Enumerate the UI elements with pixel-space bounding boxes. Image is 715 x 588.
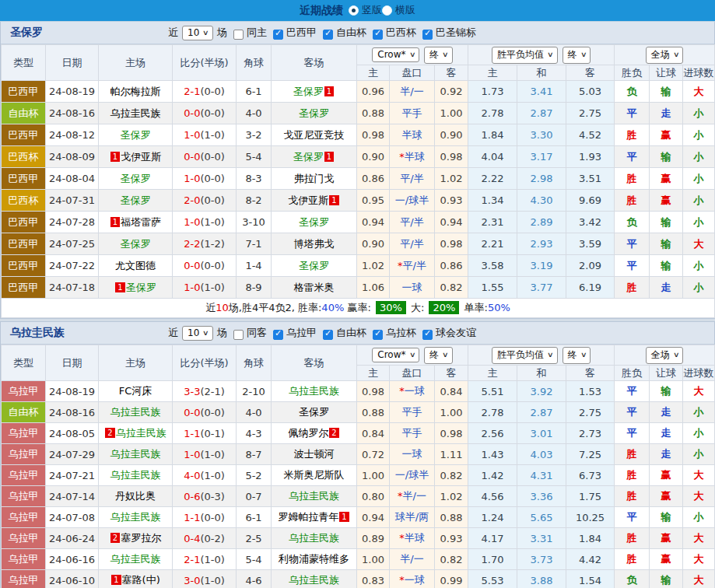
- team-link[interactable]: 米斯奥尼斯队: [284, 469, 345, 481]
- fulltime-score: 1-0: [184, 173, 200, 184]
- away-odds-cell: 0.94: [435, 212, 468, 233]
- avg-away-cell: 2.09: [566, 255, 615, 277]
- radio-icon[interactable]: [382, 5, 392, 16]
- team-link[interactable]: 弗拉门戈: [294, 173, 335, 184]
- mean-state-select[interactable]: 终∨: [563, 47, 591, 64]
- team-link[interactable]: 戈亚尼亚竞技: [284, 129, 345, 141]
- home-team-cell: 1福塔雷萨: [99, 212, 173, 233]
- result-cell: 胜: [615, 465, 650, 486]
- away-odds-cell: 0.98: [435, 233, 468, 255]
- team-link[interactable]: 圣保罗: [293, 86, 324, 97]
- team-name[interactable]: 圣保罗: [1, 26, 168, 40]
- date-cell: 24-08-19: [46, 381, 99, 402]
- filter-label: 同客: [247, 326, 267, 340]
- team-name[interactable]: 乌拉圭民族: [1, 326, 168, 340]
- team-link[interactable]: 塞罗拉尔: [121, 532, 161, 544]
- layout-radio-selected[interactable]: 竖版: [349, 3, 382, 17]
- odds-company-select[interactable]: Crow*∨: [372, 47, 419, 62]
- fulltime-score: 3-0: [184, 575, 200, 586]
- team-link[interactable]: 乌拉圭民族: [110, 448, 161, 460]
- team-link[interactable]: 帕尔梅拉斯: [110, 86, 161, 97]
- recent-count-select[interactable]: 10∨: [182, 326, 213, 341]
- avg-away-cell: 2.73: [566, 423, 615, 444]
- unchecked-checkbox-icon[interactable]: [233, 30, 244, 40]
- rank-badge: 1: [111, 575, 121, 585]
- scope-select[interactable]: 全场∨: [646, 47, 684, 64]
- team-link[interactable]: 乌拉圭民族: [110, 511, 161, 523]
- radio-icon[interactable]: [349, 5, 359, 16]
- team-link[interactable]: 圣保罗: [299, 216, 329, 228]
- odds-state-select[interactable]: 终∨: [424, 47, 453, 64]
- checked-checkbox-icon[interactable]: [323, 330, 333, 340]
- team-link[interactable]: 乌拉圭民族: [289, 574, 339, 586]
- avg-home-cell: 1.70: [468, 549, 517, 570]
- team-link[interactable]: 圣保罗: [121, 129, 151, 141]
- team-link[interactable]: 乌拉圭民族: [110, 553, 161, 565]
- layout-radio-option[interactable]: 横版: [382, 3, 415, 17]
- handicap-value: 一球: [405, 385, 425, 397]
- team-link[interactable]: 乌拉圭民族: [110, 469, 161, 481]
- recent-count-select[interactable]: 10∨: [182, 26, 213, 40]
- checked-checkbox-icon[interactable]: [373, 30, 383, 40]
- team-link[interactable]: 波士顿河: [294, 448, 335, 460]
- team-link[interactable]: 乌拉圭民族: [110, 107, 161, 119]
- checked-checkbox-icon[interactable]: [373, 330, 383, 340]
- score-cell: 2-1(1-0): [173, 549, 237, 570]
- checked-checkbox-icon[interactable]: [422, 330, 433, 340]
- odds-company-select[interactable]: Crow*∨: [372, 348, 419, 362]
- date-cell: 24-08-12: [46, 124, 99, 146]
- team-link[interactable]: 乌拉圭民族: [289, 385, 339, 397]
- mean-type-select[interactable]: 胜平负均值∨: [492, 47, 558, 64]
- team-link[interactable]: 圣保罗: [299, 260, 329, 271]
- team-link[interactable]: 圣保罗: [299, 107, 329, 119]
- col-home: 主场: [99, 45, 173, 81]
- team-link[interactable]: 圣保罗: [299, 406, 329, 418]
- avg-away-cell: 6.73: [566, 465, 615, 486]
- fulltime-score: 4-0: [184, 470, 200, 481]
- checked-checkbox-icon[interactable]: [273, 330, 283, 340]
- team-link[interactable]: 利物浦蒙特维多: [279, 553, 349, 565]
- team-link[interactable]: 戈伊亚斯: [121, 151, 161, 163]
- avg-away-cell: 1.84: [566, 528, 615, 549]
- filter-label: 巴圣锦标: [436, 26, 476, 40]
- team-link[interactable]: 圣保罗: [121, 194, 151, 206]
- match-row: 乌拉甲 24-06-24 2塞罗拉尔 0-4(0-2) 2-5 乌拉圭民族 0.…: [2, 528, 715, 549]
- fulltime-score: 2-2: [184, 238, 200, 250]
- avg-home-cell: 4.17: [468, 528, 517, 549]
- results-table: 类型 日期 主场 比分(半场) 角球 客场 Crow*∨终∨ 胜平负均值∨终∨ …: [1, 44, 715, 318]
- team-link[interactable]: 乌拉圭民族: [289, 532, 339, 544]
- unchecked-checkbox-icon[interactable]: [233, 330, 244, 340]
- team-link[interactable]: 乌拉圭民族: [116, 427, 166, 439]
- summary-segment: 20%: [429, 301, 459, 314]
- date-cell: 24-06-10: [46, 570, 99, 588]
- team-link[interactable]: 福塔雷萨: [121, 216, 161, 228]
- team-link[interactable]: 罗姆帕拉青年: [278, 511, 338, 523]
- mean-state-select[interactable]: 终∨: [563, 347, 591, 364]
- team-link[interactable]: 圣保罗: [293, 151, 324, 163]
- corners-cell: 4-0: [237, 103, 272, 124]
- corners-cell: 7-1: [237, 233, 272, 255]
- team-link[interactable]: 塞路(中): [122, 574, 160, 586]
- checked-checkbox-icon[interactable]: [422, 30, 433, 40]
- away-odds-cell: 0.99: [435, 570, 468, 588]
- team-link[interactable]: 圣保罗: [121, 173, 151, 184]
- competition-cell: 乌拉甲: [2, 570, 46, 588]
- team-link[interactable]: 博塔弗戈: [294, 238, 335, 250]
- team-link[interactable]: 圣保罗: [121, 238, 151, 250]
- team-link[interactable]: 乌拉圭民族: [110, 406, 161, 418]
- mean-type-select[interactable]: 胜平负均值∨: [492, 347, 558, 364]
- odds-state-select[interactable]: 终∨: [424, 347, 453, 364]
- scope-select[interactable]: 全场∨: [646, 347, 684, 364]
- checked-checkbox-icon[interactable]: [323, 30, 333, 40]
- team-link[interactable]: 乌拉圭民族: [289, 490, 339, 502]
- avg-away-cell: 1.53: [566, 381, 615, 402]
- team-link[interactable]: 尤文图德: [115, 260, 156, 271]
- checked-checkbox-icon[interactable]: [273, 30, 283, 40]
- avg-away-cell: 4.42: [566, 549, 615, 570]
- team-link[interactable]: 戈伊亚斯: [288, 194, 328, 206]
- team-link[interactable]: FC河床: [119, 385, 152, 397]
- team-link[interactable]: 圣保罗: [126, 282, 156, 293]
- team-link[interactable]: 佩纳罗尔: [288, 427, 328, 439]
- team-link[interactable]: 格雷米奥: [294, 282, 335, 293]
- team-link[interactable]: 丹奴比奥: [115, 490, 156, 502]
